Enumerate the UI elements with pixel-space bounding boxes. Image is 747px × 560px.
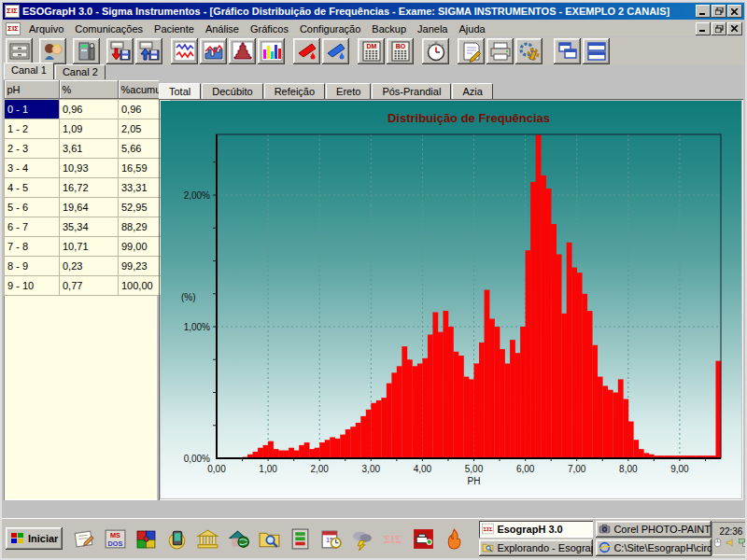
tab-canal-2[interactable]: Canal 2 xyxy=(55,64,106,79)
table-cell[interactable]: 5 - 6 xyxy=(5,198,60,217)
report-button[interactable] xyxy=(458,38,485,64)
volume-tray-icon[interactable] xyxy=(725,537,737,551)
window-minimize-button[interactable] xyxy=(696,5,711,18)
menu-graficos[interactable]: Gráficos xyxy=(245,22,294,35)
table-cell[interactable]: 10,93 xyxy=(60,159,119,178)
menu-backup[interactable]: Backup xyxy=(366,22,412,35)
menu-analise[interactable]: Análise xyxy=(200,22,245,35)
frequency-distribution-chart: Distribuição de Frequências0,00%1,00%2,0… xyxy=(161,101,741,498)
table-cell[interactable]: 10,71 xyxy=(60,237,119,257)
table-cell[interactable]: 3,61 xyxy=(60,139,119,159)
notepad-icon[interactable] xyxy=(72,525,96,552)
home-globe-icon[interactable] xyxy=(226,525,250,552)
chart-multibar-button[interactable] xyxy=(258,38,285,64)
cascade-button[interactable] xyxy=(554,38,581,64)
chart-lines-button[interactable] xyxy=(171,38,198,64)
patients-button[interactable] xyxy=(39,38,66,64)
chart-tab-pos-prandial[interactable]: Pós-Prandial xyxy=(372,83,451,99)
network-tray-icon[interactable] xyxy=(738,537,747,551)
table-cell[interactable]: 1,09 xyxy=(60,119,119,139)
window-restore-button[interactable] xyxy=(712,5,726,18)
chart-histogram-button[interactable] xyxy=(229,38,256,64)
save-export-button[interactable] xyxy=(106,38,134,64)
table-cell[interactable]: 19,64 xyxy=(60,198,119,217)
schedule-icon[interactable]: 15 xyxy=(318,525,343,552)
table-row: 8 - 90,2399,23 xyxy=(5,257,171,276)
msdos-icon[interactable]: MSDOS xyxy=(103,525,127,552)
stopwatch-button[interactable] xyxy=(422,38,449,64)
taskbar-button-3[interactable]: Explorando - EsograpH xyxy=(479,539,593,556)
printer-icon xyxy=(489,40,512,63)
title-bar[interactable]: ΣΙΣ ESOGrapH 3.0 - Sigma Instrumentos - … xyxy=(3,3,744,20)
document-minimize-button[interactable] xyxy=(696,22,711,35)
taskbar-button-1[interactable]: ΣΙΣEsograpH 3.0 xyxy=(479,521,593,538)
planchy-icon[interactable] xyxy=(411,525,435,552)
save-import-button[interactable] xyxy=(135,38,162,64)
search-folder-icon xyxy=(482,541,494,555)
svg-text:ΣΙΣ: ΣΙΣ xyxy=(384,533,402,544)
table-cell[interactable]: 3 - 4 xyxy=(5,159,60,178)
handheld-icon[interactable] xyxy=(164,525,189,552)
table-cell[interactable]: 4 - 5 xyxy=(5,178,60,198)
table-row: 4 - 516,7233,31 xyxy=(5,178,171,198)
cabinet-button[interactable] xyxy=(6,38,33,64)
table-row: 0 - 10,960,96 xyxy=(5,100,171,119)
mdi-child-icon[interactable]: ΣΙΣ xyxy=(6,22,21,35)
chart-tab-decubito[interactable]: Decúbito xyxy=(202,83,262,99)
table-cell[interactable]: 6 - 7 xyxy=(5,217,60,237)
table-cell[interactable]: 0,96 xyxy=(60,100,119,119)
equipment-button[interactable] xyxy=(73,38,100,64)
menu-ajuda[interactable]: Ajuda xyxy=(453,22,490,35)
weather-icon[interactable] xyxy=(349,525,374,552)
sigma-faded-icon[interactable]: ΣΙΣ xyxy=(380,525,404,552)
table-cell[interactable]: 8 - 9 xyxy=(5,257,60,276)
calc-bo-button[interactable]: BO xyxy=(387,38,414,64)
chart-tab-refeicao[interactable]: Refeição xyxy=(264,83,325,99)
menu-configuracao[interactable]: Configuração xyxy=(294,22,366,35)
chart-tab-ereto[interactable]: Ereto xyxy=(326,83,371,99)
start-button[interactable]: Iniciar xyxy=(6,527,63,550)
frequency-table: pH%%acumul 0 - 10,960,961 - 21,092,052 -… xyxy=(4,80,171,296)
bank-icon[interactable] xyxy=(195,525,219,552)
task-buttons: ΣΙΣEsograpH 3.0Corel PHOTO-PAINT 9 -...E… xyxy=(479,521,712,556)
table-cell[interactable]: 7 - 8 xyxy=(5,237,60,257)
marker-red-button[interactable] xyxy=(293,38,320,64)
table-cell[interactable]: 1 - 2 xyxy=(5,119,60,139)
tools-button[interactable] xyxy=(515,38,543,64)
window-close-button[interactable] xyxy=(727,5,742,18)
flame-icon[interactable] xyxy=(442,525,466,552)
chart-lines-icon xyxy=(174,40,196,63)
menu-arquivo[interactable]: Arquivo xyxy=(23,22,69,35)
search-folder-icon[interactable] xyxy=(257,525,281,552)
menu-paciente[interactable]: Paciente xyxy=(148,22,200,35)
table-cell[interactable]: 0 - 1 xyxy=(5,100,60,119)
taskbar-button-4[interactable]: C:\Site\EsograpH\circa... xyxy=(596,539,712,556)
chart-tab-azia[interactable]: Azia xyxy=(452,83,492,99)
table-cell[interactable]: 9 - 10 xyxy=(5,276,60,296)
y-tick-label: 2,00% xyxy=(184,190,210,201)
marker-blue-button[interactable] xyxy=(322,38,349,64)
calc-dm-button[interactable]: DM xyxy=(358,38,385,64)
y-tick-label: 0,00% xyxy=(184,454,210,464)
menu-janela[interactable]: Janela xyxy=(412,22,453,35)
table-cell[interactable]: 0,23 xyxy=(60,257,119,276)
table-cell[interactable]: 16,72 xyxy=(60,178,119,198)
document-close-button[interactable] xyxy=(727,22,742,35)
printer-button[interactable] xyxy=(486,38,514,64)
document-restore-button[interactable] xyxy=(712,22,726,35)
list-icon[interactable] xyxy=(288,525,312,552)
chart-bars-button[interactable] xyxy=(200,38,227,64)
table-cell[interactable]: 2 - 3 xyxy=(5,139,60,159)
puzzle-icon[interactable] xyxy=(134,525,158,552)
x-axis-label: PH xyxy=(468,476,481,486)
mouse-tray-icon[interactable] xyxy=(712,537,724,551)
tab-canal-1[interactable]: Canal 1 xyxy=(4,63,54,79)
taskbar-button-2[interactable]: Corel PHOTO-PAINT 9 -... xyxy=(596,521,712,538)
tile-button[interactable] xyxy=(583,38,610,64)
table-cell[interactable]: 35,34 xyxy=(60,217,119,237)
table-cell[interactable]: 0,77 xyxy=(60,276,119,296)
window-title: ESOGrapH 3.0 - Sigma Instrumentos - [Grá… xyxy=(22,6,669,17)
table-row: 7 - 810,7199,00 xyxy=(5,237,171,257)
chart-tab-total[interactable]: Total xyxy=(159,83,201,99)
menu-comunicacoes[interactable]: Comunicações xyxy=(69,22,148,35)
